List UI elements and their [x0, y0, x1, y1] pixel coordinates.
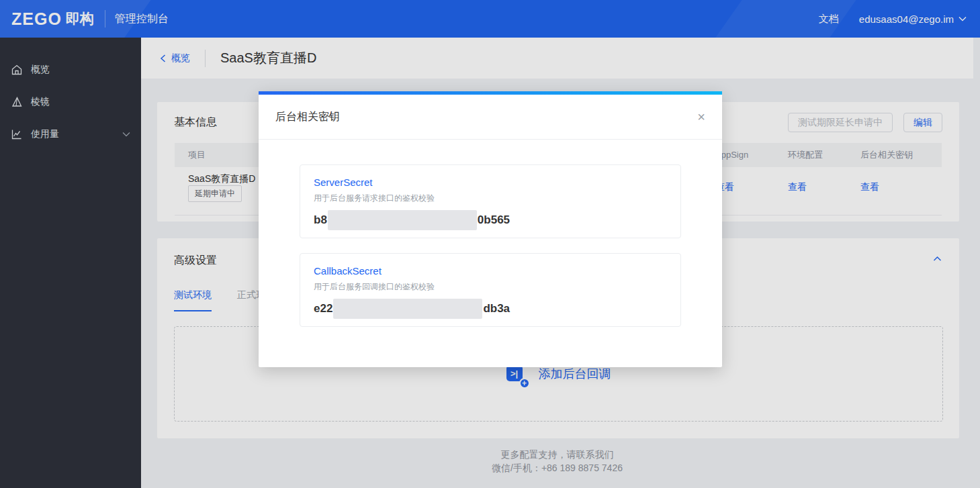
- redaction-block: [328, 210, 477, 230]
- redaction-block: [333, 299, 482, 319]
- close-icon[interactable]: ×: [697, 110, 705, 124]
- callback-secret-title: CallbackSecret: [314, 265, 667, 277]
- server-secret-desc: 用于后台服务请求接口的鉴权校验: [314, 193, 667, 204]
- callback-secret-card: CallbackSecret 用于后台服务回调接口的鉴权校验 e22 db3a: [300, 253, 681, 327]
- server-secret-card: ServerSecret 用于后台服务请求接口的鉴权校验 b8 0b565: [300, 164, 681, 238]
- server-secret-title: ServerSecret: [314, 177, 667, 188]
- server-secret-value: b8 0b565: [314, 210, 667, 230]
- secrets-dialog: 后台相关密钥 × ServerSecret 用于后台服务请求接口的鉴权校验 b8…: [259, 91, 722, 367]
- callback-secret-desc: 用于后台服务回调接口的鉴权校验: [314, 281, 667, 293]
- dialog-title: 后台相关密钥: [275, 110, 340, 124]
- callback-secret-value: e22 db3a: [314, 299, 667, 319]
- app-window: ZEGO 即构 管理控制台 文档 edusaas04@zego.im 概览: [0, 0, 980, 488]
